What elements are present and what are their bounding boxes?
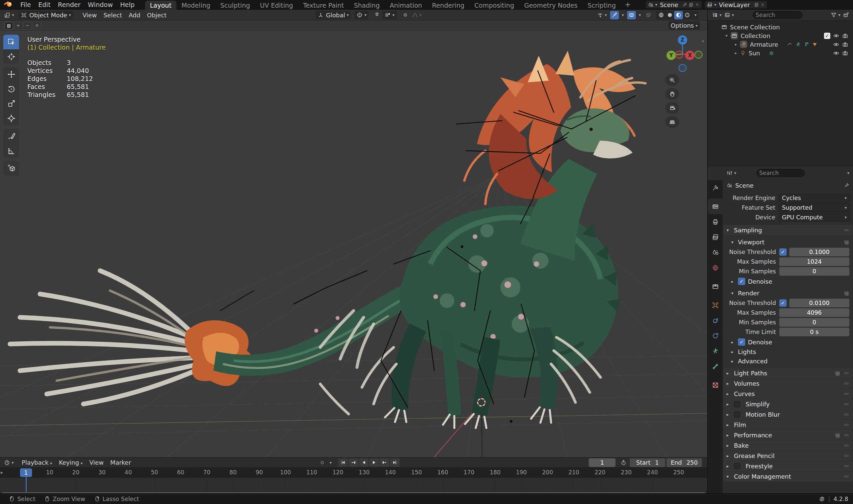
drag-grip-icon[interactable]: [844, 474, 849, 479]
workspace-tab-texture-paint[interactable]: Texture Paint: [298, 1, 349, 10]
xray-toggle[interactable]: [644, 11, 653, 19]
freestyle-checkbox[interactable]: [734, 463, 740, 469]
properties-tab-constraints[interactable]: [708, 328, 723, 343]
auto-keying-dropdown[interactable]: ▾: [328, 458, 334, 467]
min-samples-value-slider[interactable]: 0: [779, 267, 849, 276]
gizmo-axis-x-neg[interactable]: [675, 51, 683, 59]
pivot-dropdown[interactable]: ▾: [354, 11, 369, 19]
presets-list-icon[interactable]: [844, 239, 849, 245]
simplify-checkbox[interactable]: [734, 401, 740, 407]
panel-volumes[interactable]: ▸Volumes: [723, 378, 853, 388]
denoise-checkbox[interactable]: ✓: [738, 338, 745, 346]
shading-rendered-button[interactable]: [683, 11, 692, 19]
timeline-track[interactable]: [0, 478, 707, 492]
hide-viewport-toggle[interactable]: [832, 41, 841, 48]
next-keyframe-button[interactable]: [380, 458, 389, 467]
orientation-dropdown[interactable]: Global ▾: [316, 11, 351, 19]
tool-tweak-select[interactable]: [3, 35, 19, 49]
drag-grip-icon[interactable]: [844, 453, 849, 459]
timeline-ruler[interactable]: 1 10203040506070809010011012013014015016…: [0, 468, 707, 478]
viewport-canvas[interactable]: User Perspective (1) Collection | Armatu…: [0, 31, 707, 457]
new-viewlayer-button[interactable]: [754, 2, 759, 7]
new-scene-button[interactable]: [689, 2, 694, 7]
feature-set-dropdown[interactable]: Supported▾: [779, 203, 850, 212]
sidebar-collapse-arrow[interactable]: ‹: [702, 38, 704, 44]
tool-move[interactable]: [3, 67, 19, 82]
outliner-row-armature[interactable]: ▸Armature: [708, 40, 853, 49]
presets-list-icon[interactable]: [835, 432, 840, 438]
disable-render-toggle[interactable]: [841, 41, 850, 48]
subpanel-viewport[interactable]: ▾Viewport: [723, 237, 853, 247]
shading-solid-button[interactable]: [665, 11, 674, 19]
gizmo-dropdown[interactable]: ▾: [619, 11, 625, 19]
noise-threshold-checkbox[interactable]: ✓: [779, 248, 787, 256]
properties-tab-scene[interactable]: [708, 245, 723, 260]
overlays-dropdown[interactable]: ▾: [636, 11, 642, 19]
subpanel-advanced[interactable]: ▸Advanced: [723, 356, 853, 366]
presets-list-icon[interactable]: [835, 370, 840, 376]
pin-icon[interactable]: [844, 183, 849, 188]
properties-tab-view-layer[interactable]: [708, 229, 723, 245]
shading-material-button[interactable]: [674, 11, 683, 19]
panel-curves[interactable]: ▸Curves: [723, 389, 853, 399]
properties-tab-world[interactable]: [708, 260, 723, 275]
panel-color-management[interactable]: ▾Color Management: [723, 471, 853, 481]
viewport-menu-view[interactable]: View: [79, 12, 100, 19]
tool-annotate[interactable]: [3, 129, 19, 143]
outliner-item-label[interactable]: Sun: [749, 50, 760, 57]
panel-freestyle[interactable]: ▸Freestyle: [723, 461, 853, 471]
workspace-tab-geometry-nodes[interactable]: Geometry Nodes: [519, 1, 582, 10]
menu-window[interactable]: Window: [84, 1, 117, 8]
properties-tab-tool[interactable]: [708, 180, 723, 195]
outliner-row-collection[interactable]: ▾Collection✓: [708, 31, 853, 40]
show-gizmo-toggle[interactable]: [610, 11, 619, 19]
timeline-menu-view[interactable]: View: [86, 459, 107, 466]
outliner-item-label[interactable]: Collection: [741, 32, 770, 39]
show-overlays-toggle[interactable]: [627, 11, 636, 19]
proportional-falloff-dropdown[interactable]: ▾: [411, 11, 423, 19]
outliner-item-label[interactable]: Armature: [750, 41, 778, 48]
outliner-row-sun[interactable]: ▸Sun: [708, 49, 853, 57]
snap-toggle[interactable]: [372, 11, 381, 19]
select-mode-subtract[interactable]: −: [23, 22, 32, 29]
panel-motion-blur[interactable]: ▸Motion Blur: [723, 409, 853, 419]
camera-view-button[interactable]: [665, 102, 679, 114]
drag-grip-icon[interactable]: [844, 370, 849, 376]
ortho-toggle-button[interactable]: [665, 116, 679, 128]
drag-grip-icon[interactable]: [844, 422, 849, 428]
selectability-checkbox[interactable]: ✓: [823, 33, 832, 39]
noise-threshold-checkbox[interactable]: ✓: [779, 299, 787, 307]
outliner-search-input[interactable]: [753, 11, 803, 19]
render-engine-dropdown[interactable]: Cycles▾: [779, 194, 850, 202]
subpanel-lights[interactable]: ▸Lights: [723, 347, 853, 356]
hide-viewport-toggle[interactable]: [832, 50, 841, 56]
timeline-menu-keying[interactable]: Keying▾: [55, 459, 86, 466]
properties-tab-object[interactable]: [708, 297, 723, 313]
noise-threshold-value-slider[interactable]: 0.0100: [789, 299, 849, 307]
viewport-menu-object[interactable]: Object: [144, 12, 170, 19]
noise-threshold-value-slider[interactable]: 0.1000: [789, 248, 849, 256]
drag-grip-icon[interactable]: [844, 432, 849, 438]
outliner-display-mode-button[interactable]: ▾: [711, 11, 723, 19]
breadcrumb-label[interactable]: Scene: [735, 182, 753, 189]
filter-button[interactable]: ▾: [829, 11, 842, 19]
disable-render-toggle[interactable]: [841, 33, 850, 39]
tool-cursor[interactable]: [3, 49, 19, 64]
gizmo-axis-x[interactable]: X: [685, 51, 695, 60]
play-reverse-button[interactable]: [359, 458, 369, 467]
properties-tab-collection[interactable]: [708, 279, 723, 294]
properties-tab-bone[interactable]: [708, 359, 723, 374]
drag-grip-icon[interactable]: [844, 391, 849, 397]
time-limit-value-slider[interactable]: 0 s: [779, 328, 849, 336]
add-workspace-button[interactable]: +: [621, 1, 635, 9]
tool-rotate[interactable]: [3, 82, 19, 96]
select-mode-extend[interactable]: +: [14, 22, 22, 29]
scene-name[interactable]: Scene: [657, 1, 681, 8]
workspace-tab-modeling[interactable]: Modeling: [176, 1, 215, 10]
timeline-editor-type-button[interactable]: ▾: [3, 458, 15, 467]
properties-tab-physics[interactable]: [708, 313, 723, 328]
proportional-editing-toggle[interactable]: [401, 11, 410, 19]
collapse-arrow-icon[interactable]: ▾: [723, 33, 731, 38]
drag-grip-icon[interactable]: [844, 463, 849, 469]
workspace-tab-sculpting[interactable]: Sculpting: [215, 1, 255, 10]
